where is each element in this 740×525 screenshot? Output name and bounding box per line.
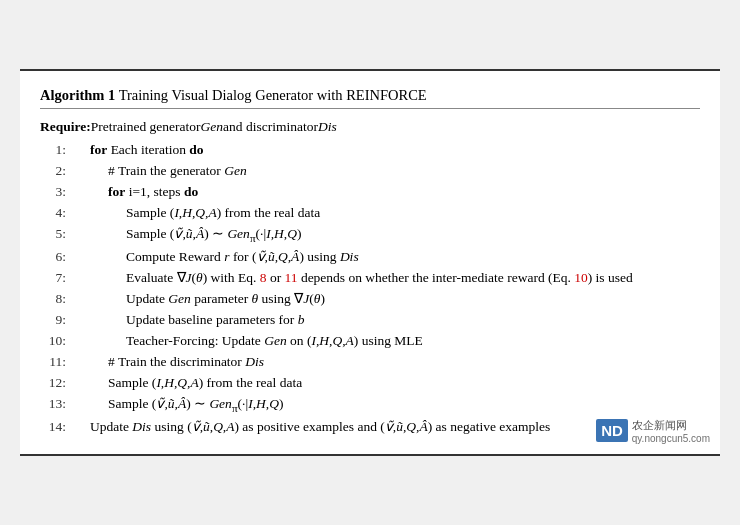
line-content: Update Gen parameter θ using ∇J(θ) [72, 289, 700, 310]
line-content: Teacher-Forcing: Update Gen on (I,H,Q,A)… [72, 331, 700, 352]
line-number: 11: [40, 352, 66, 373]
algorithm-line: 9:Update baseline parameters for b [40, 310, 700, 331]
algorithm-line: 12:Sample (I,H,Q,A) from the real data [40, 373, 700, 394]
algorithm-title-bold: Algorithm 1 [40, 87, 115, 103]
require-gen: Gen [201, 117, 224, 138]
algorithm-line: 5:Sample (ṽ,ũ,Â) ∼ Genπ(·|I,H,Q) [40, 224, 700, 247]
require-text: Pretrained generator [91, 117, 201, 138]
algorithm-line: 8:Update Gen parameter θ using ∇J(θ) [40, 289, 700, 310]
line-content: for i=1, steps do [72, 182, 700, 203]
line-content: Sample (ṽ,ũ,Â) ∼ Genπ(·|I,H,Q) [72, 224, 700, 247]
algorithm-line: 11:# Train the discriminator Dis [40, 352, 700, 373]
line-number: 8: [40, 289, 66, 310]
line-content: Compute Reward r for (ṽ,ũ,Q,Â) using Dis [72, 247, 700, 268]
watermark-logo: ND [596, 419, 628, 442]
line-number: 13: [40, 394, 66, 415]
line-number: 5: [40, 224, 66, 245]
line-number: 3: [40, 182, 66, 203]
algorithm-body: Require: Pretrained generator Gen and di… [40, 117, 700, 437]
line-number: 2: [40, 161, 66, 182]
line-number: 14: [40, 417, 66, 438]
algorithm-line: 3:for i=1, steps do [40, 182, 700, 203]
algorithm-box: Algorithm 1 Training Visual Dialog Gener… [20, 69, 720, 455]
line-content: Update baseline parameters for b [72, 310, 700, 331]
line-content: # Train the generator Gen [72, 161, 700, 182]
algorithm-title: Algorithm 1 Training Visual Dialog Gener… [40, 87, 700, 109]
watermark-url: qy.nongcun5.com [632, 433, 710, 444]
algorithm-line: 10:Teacher-Forcing: Update Gen on (I,H,Q… [40, 331, 700, 352]
algorithm-line: 2:# Train the generator Gen [40, 161, 700, 182]
lines-container: 1:for Each iteration do2:# Train the gen… [40, 140, 700, 437]
watermark-info: 农企新闻网 qy.nongcun5.com [632, 418, 710, 444]
algorithm-line: 6:Compute Reward r for (ṽ,ũ,Q,Â) using D… [40, 247, 700, 268]
line-content: Sample (I,H,Q,A) from the real data [72, 203, 700, 224]
algorithm-line: 7:Evaluate ∇J(θ) with Eq. 8 or 11 depend… [40, 268, 700, 289]
line-number: 7: [40, 268, 66, 289]
line-content: Evaluate ∇J(θ) with Eq. 8 or 11 depends … [72, 268, 700, 289]
line-number: 12: [40, 373, 66, 394]
require-label: Require: [40, 117, 91, 138]
line-number: 9: [40, 310, 66, 331]
algorithm-line: 13:Sample (ṽ,ũ,Â) ∼ Genπ(·|I,H,Q) [40, 394, 700, 417]
require-line: Require: Pretrained generator Gen and di… [40, 117, 700, 138]
line-number: 4: [40, 203, 66, 224]
algorithm-line: 1:for Each iteration do [40, 140, 700, 161]
line-number: 1: [40, 140, 66, 161]
line-number: 10: [40, 331, 66, 352]
line-content: # Train the discriminator Dis [72, 352, 700, 373]
line-content: Sample (I,H,Q,A) from the real data [72, 373, 700, 394]
algorithm-line: 4:Sample (I,H,Q,A) from the real data [40, 203, 700, 224]
line-number: 6: [40, 247, 66, 268]
algorithm-title-text: Training Visual Dialog Generator with RE… [115, 87, 426, 103]
require-dis: Dis [318, 117, 337, 138]
watermark: ND 农企新闻网 qy.nongcun5.com [596, 418, 710, 444]
line-content: Sample (ṽ,ũ,Â) ∼ Genπ(·|I,H,Q) [72, 394, 700, 417]
watermark-site-name: 农企新闻网 [632, 418, 710, 433]
require-and: and discriminator [223, 117, 318, 138]
line-content: for Each iteration do [72, 140, 700, 161]
